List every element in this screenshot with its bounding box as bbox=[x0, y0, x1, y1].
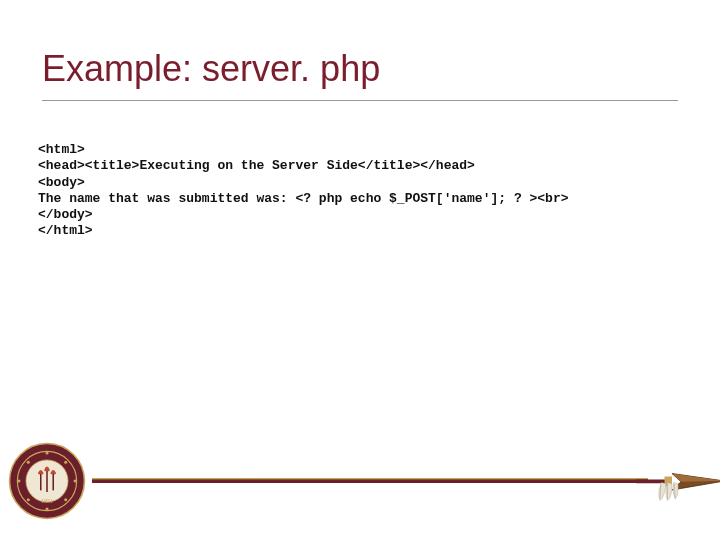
svg-point-10 bbox=[64, 498, 67, 501]
footer-bar bbox=[92, 478, 648, 483]
svg-point-4 bbox=[45, 508, 48, 511]
seal-year: 1851 bbox=[41, 497, 53, 504]
slide: Example: server. php <html> <head><title… bbox=[0, 0, 720, 540]
code-block: <html> <head><title>Executing on the Ser… bbox=[38, 142, 569, 240]
fsu-seal-icon: 1851 bbox=[8, 442, 86, 520]
slide-footer: 1851 bbox=[0, 456, 720, 516]
spear-icon bbox=[636, 460, 720, 502]
svg-point-5 bbox=[17, 479, 20, 482]
svg-point-6 bbox=[74, 479, 77, 482]
title-underline bbox=[42, 100, 678, 101]
svg-point-3 bbox=[45, 451, 48, 454]
svg-point-9 bbox=[27, 498, 30, 501]
svg-point-8 bbox=[64, 461, 67, 464]
slide-title: Example: server. php bbox=[42, 48, 380, 90]
svg-point-7 bbox=[27, 461, 30, 464]
